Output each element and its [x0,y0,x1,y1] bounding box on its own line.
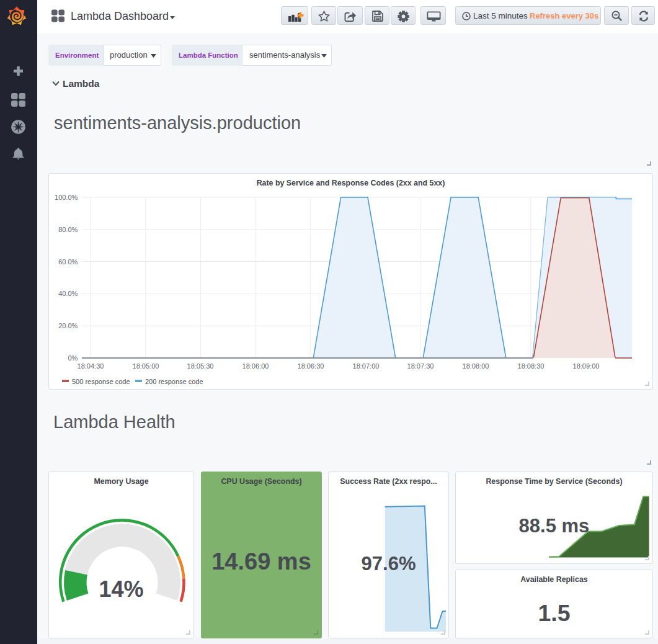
svg-text:18:06:00: 18:06:00 [242,362,269,370]
svg-text:18:05:30: 18:05:30 [187,362,214,370]
svg-text:20.0%: 20.0% [58,322,78,329]
svg-text:40.0%: 40.0% [58,290,78,297]
svg-text:0%: 0% [68,354,78,362]
svg-text:18:08:00: 18:08:00 [463,362,489,370]
svg-text:18:05:00: 18:05:00 [133,362,159,370]
svg-text:18:04:30: 18:04:30 [78,362,104,370]
svg-text:18:07:30: 18:07:30 [407,362,434,370]
svg-text:100.0%: 100.0% [55,194,78,201]
svg-text:18:08:30: 18:08:30 [518,362,545,370]
svg-text:18:06:30: 18:06:30 [298,362,324,370]
svg-text:60.0%: 60.0% [58,258,78,266]
svg-text:18:07:00: 18:07:00 [353,362,380,370]
svg-text:18:09:00: 18:09:00 [573,362,600,370]
svg-text:200 response code: 200 response code [145,378,203,385]
svg-text:500 response code: 500 response code [72,378,130,385]
svg-text:80.0%: 80.0% [58,226,78,233]
